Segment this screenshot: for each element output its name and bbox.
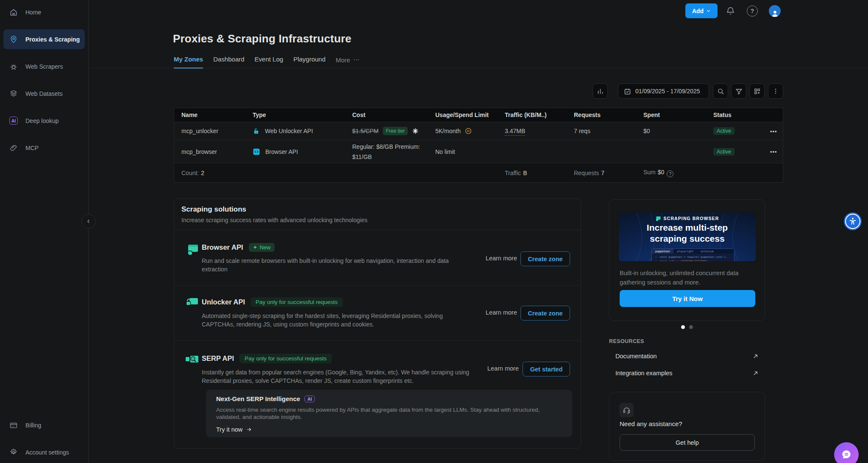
zone-requests: 7 reqs — [567, 128, 636, 134]
browser-api-icon — [187, 244, 198, 255]
table-row[interactable]: mcp_unlocker Web Unlocker API $1.5/CPM F… — [174, 122, 783, 140]
pay-badge: Pay only for successful requests — [239, 354, 332, 363]
table-header-row: Name Type Cost Usage/Spend Limit Traffic… — [174, 108, 783, 122]
learn-more-link[interactable]: Learn more — [486, 309, 517, 316]
solution-name: SERP API — [202, 354, 234, 363]
resource-integration-examples[interactable]: Integration examples — [615, 367, 759, 379]
solution-description: Run and scale remote browsers with built… — [202, 257, 473, 273]
learn-more-link[interactable]: Learn more — [486, 255, 517, 262]
filter-button[interactable] — [731, 84, 746, 99]
table-row[interactable]: mcp_browser Browser API Regular: $8/GB P… — [174, 140, 783, 163]
zone-spent: $0 — [636, 128, 706, 134]
column-header-traffic[interactable]: Traffic (KB/M..) — [498, 112, 567, 118]
accessibility-button[interactable] — [844, 212, 862, 230]
carousel-dot[interactable] — [689, 325, 693, 329]
scraping-solutions-card: Scraping solutions Increase scraping suc… — [174, 198, 581, 449]
solutions-title: Scraping solutions — [181, 205, 581, 214]
pause-circle-icon[interactable] — [465, 128, 472, 134]
solution-unlocker-api: Unlocker API Pay only for successful req… — [174, 286, 581, 341]
arrow-right-icon — [246, 427, 252, 432]
sidebar-item-home[interactable]: Home — [3, 2, 85, 22]
get-help-button[interactable]: Get help — [620, 434, 755, 451]
grid-plus-icon — [754, 88, 761, 95]
customize-columns-button[interactable] — [749, 84, 765, 99]
tab-more-label: More — [336, 56, 350, 64]
column-header-status[interactable]: Status — [706, 112, 763, 118]
date-range-button[interactable]: 01/09/2025 - 17/09/2025 — [618, 84, 709, 99]
try-it-now-link[interactable]: Try it now — [216, 426, 572, 433]
filter-funnel-icon — [735, 88, 743, 95]
promo-description: Built-in unlocking, unlimited concurrent… — [620, 268, 756, 287]
search-button[interactable] — [713, 84, 728, 99]
chat-button[interactable] — [834, 442, 859, 463]
chart-view-button[interactable] — [593, 84, 608, 99]
date-range-value: 01/09/2025 - 17/09/2025 — [635, 88, 700, 95]
sidebar-item-mcp[interactable]: MCP — [3, 138, 85, 158]
table-menu-button[interactable] — [768, 84, 783, 99]
paperclip-icon — [9, 144, 18, 152]
promo-code-window: puppeteer playwright selenium 1const pup… — [651, 248, 734, 261]
solution-description: Automated single-step scraping for the h… — [202, 312, 473, 329]
tab-my-zones[interactable]: My Zones — [174, 56, 203, 69]
column-header-usage[interactable]: Usage/Spend Limit — [428, 112, 498, 118]
zone-name: mcp_unlocker — [174, 128, 245, 134]
sidebar-item-deep-lookup[interactable]: AI Deep lookup — [3, 111, 85, 131]
zone-type: Browser API — [265, 148, 298, 155]
ai-badge-icon: AI — [9, 117, 18, 125]
code-tab: selenium — [697, 249, 717, 254]
column-header-requests[interactable]: Requests — [567, 112, 636, 118]
footer-traffic-label: Traffic — [505, 170, 521, 176]
help-button[interactable]: ? — [747, 6, 758, 17]
row-menu-button[interactable]: ••• — [763, 128, 783, 134]
footer-requests-value: 7 — [601, 170, 604, 176]
zone-name: mcp_browser — [174, 148, 245, 155]
assistance-question: Need any assistance? — [620, 420, 682, 427]
sidebar-item-label: MCP — [25, 145, 39, 151]
solution-name: Unlocker API — [202, 298, 245, 306]
avatar[interactable] — [769, 5, 781, 17]
external-link-icon — [752, 353, 759, 360]
sum-help-icon[interactable]: ? — [667, 170, 673, 177]
tab-more[interactable]: More — [336, 56, 359, 69]
create-zone-button[interactable]: Create zone — [520, 251, 570, 266]
try-it-now-button[interactable]: Try it Now — [620, 290, 755, 307]
promo-card: SCRAPING BROWSER Increase multi-step scr… — [609, 199, 765, 321]
get-started-button[interactable]: Get started — [523, 362, 570, 377]
column-header-cost[interactable]: Cost — [345, 112, 428, 118]
zone-cost-line1: Regular: $8/GB Premium: — [352, 142, 428, 152]
sidebar-item-label: Billing — [25, 422, 41, 429]
zone-traffic[interactable]: 3.47MB — [505, 128, 525, 136]
solution-description: Instantly get data from popular search e… — [202, 368, 473, 385]
footer-requests-label: Requests — [574, 170, 599, 176]
home-icon — [9, 8, 18, 17]
column-header-spent[interactable]: Spent — [636, 112, 706, 118]
footer-sum-label: Sum — [643, 169, 656, 176]
learn-more-link[interactable]: Learn more — [487, 365, 519, 372]
serp-intelligence-card: Next-Gen SERP Intelligence AI Access rea… — [206, 390, 572, 437]
zone-cost-line2: $11/GB — [352, 152, 428, 162]
assistance-card: Need any assistance? Get help — [609, 392, 765, 461]
row-menu-button[interactable]: ••• — [763, 148, 783, 155]
footer-traffic-value: B — [523, 170, 527, 176]
notifications-bell-icon[interactable] — [726, 6, 735, 16]
try-it-now-label: Try it now — [216, 426, 242, 433]
tab-dashboard[interactable]: Dashboard — [213, 56, 244, 69]
sidebar-collapse-button[interactable] — [81, 214, 96, 229]
tab-playground[interactable]: Playground — [293, 56, 326, 69]
create-zone-button[interactable]: Create zone — [520, 306, 570, 321]
resource-documentation[interactable]: Documentation — [615, 350, 759, 362]
sidebar-item-web-datasets[interactable]: Web Datasets — [3, 84, 85, 103]
layers-icon — [9, 89, 18, 98]
column-header-name[interactable]: Name — [174, 112, 245, 118]
serp-api-icon — [185, 354, 199, 364]
sidebar-item-billing[interactable]: Billing — [3, 415, 84, 435]
sidebar-item-proxies-scraping[interactable]: Proxies & Scraping — [3, 29, 85, 49]
credit-card-icon — [9, 421, 18, 430]
zone-cost-original: $1.5/CPM — [352, 128, 378, 134]
tab-event-log[interactable]: Event Log — [255, 56, 284, 69]
column-header-type[interactable]: Type — [245, 112, 345, 118]
sidebar-item-account-settings[interactable]: Account settings — [3, 442, 84, 462]
sidebar-item-web-scrapers[interactable]: Web Scrapers — [3, 56, 85, 76]
carousel-dot-active[interactable] — [681, 325, 685, 329]
add-button[interactable]: Add — [685, 3, 718, 18]
